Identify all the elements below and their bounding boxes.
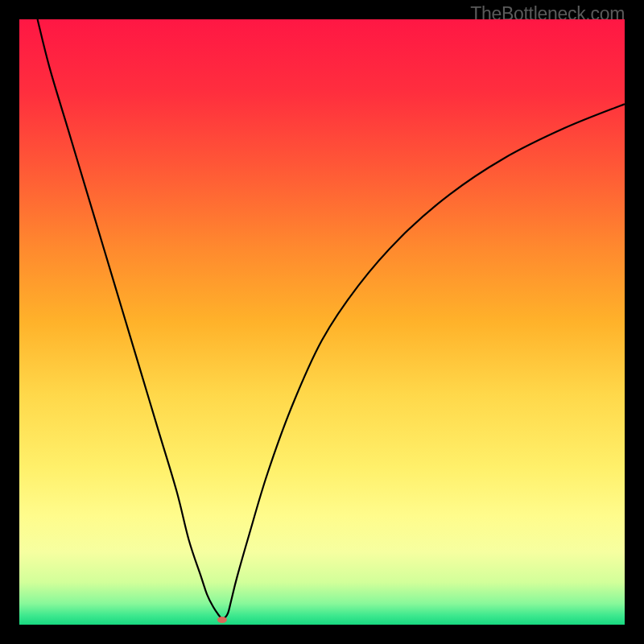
optimal-marker [217,617,227,623]
gradient-background [19,19,625,625]
bottleneck-chart [19,19,625,625]
chart-frame [19,19,625,625]
